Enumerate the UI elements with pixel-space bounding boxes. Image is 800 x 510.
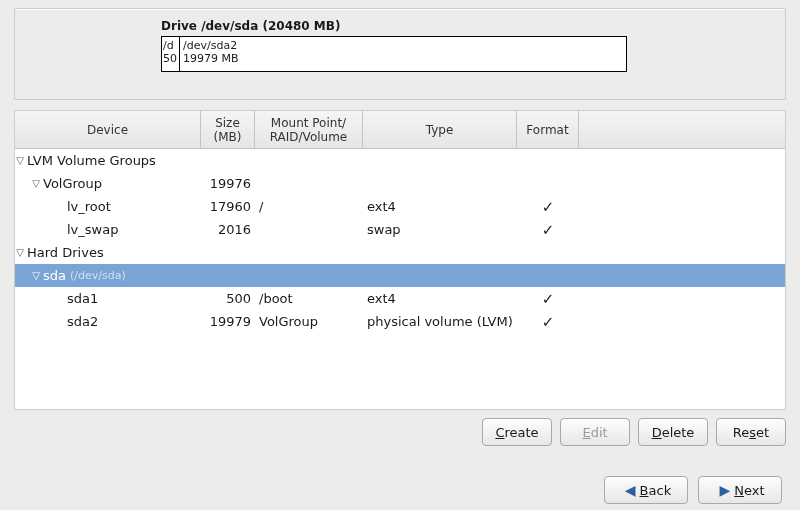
row-label: sda1 [67, 291, 98, 306]
delete-button[interactable]: Delete [638, 418, 708, 446]
drive-title: Drive /dev/sda (20480 MB) [161, 19, 775, 33]
row-lv-swap[interactable]: lv_swap 2016 swap ✓ [15, 218, 785, 241]
cell-mount: / [255, 199, 363, 214]
row-lv-root[interactable]: lv_root 17960 / ext4 ✓ [15, 195, 785, 218]
col-header-spacer [579, 111, 785, 148]
row-hint: (/dev/sda) [70, 269, 126, 282]
row-label: lv_root [67, 199, 111, 214]
check-icon: ✓ [542, 198, 555, 216]
row-volgroup[interactable]: ▽VolGroup 19976 [15, 172, 785, 195]
row-label: sda [43, 268, 66, 283]
check-icon: ✓ [542, 313, 555, 331]
cell-mount: VolGroup [255, 314, 363, 329]
col-header-device[interactable]: Device [15, 111, 201, 148]
cell-size: 500 [201, 291, 255, 306]
col-header-mount-l2: RAID/Volume [270, 130, 348, 144]
action-button-row: Create Edit Delete Reset [0, 410, 800, 446]
row-sda[interactable]: ▽sda(/dev/sda) [15, 264, 785, 287]
drive-usage-bar[interactable]: /d 50 /dev/sda2 19979 MB [161, 36, 627, 72]
col-header-mount-l1: Mount Point/ [271, 116, 346, 130]
drive-slice1-size: 50 [163, 52, 178, 65]
next-button[interactable]: ▶Next [698, 476, 782, 504]
create-button[interactable]: Create [482, 418, 552, 446]
cell-size: 2016 [201, 222, 255, 237]
row-label: Hard Drives [27, 245, 104, 260]
drive-slice1-label: /d [163, 39, 178, 52]
col-header-size-l1: Size [215, 116, 240, 130]
arrow-right-icon: ▶ [719, 482, 730, 498]
row-sda2[interactable]: sda2 19979 VolGroup physical volume (LVM… [15, 310, 785, 333]
cell-type: swap [363, 222, 517, 237]
edit-button: Edit [560, 418, 630, 446]
drive-slice2-label: /dev/sda2 [183, 39, 623, 52]
partition-table: Device Size(MB) Mount Point/RAID/Volume … [14, 110, 786, 410]
expand-icon[interactable]: ▽ [31, 178, 41, 189]
check-icon: ✓ [542, 290, 555, 308]
drive-slice2-size: 19979 MB [183, 52, 623, 65]
cell-size: 17960 [201, 199, 255, 214]
row-label: VolGroup [43, 176, 102, 191]
row-label: LVM Volume Groups [27, 153, 156, 168]
table-header-row: Device Size(MB) Mount Point/RAID/Volume … [15, 111, 785, 149]
wizard-nav: ◀Back ▶Next [604, 476, 782, 504]
row-label: sda2 [67, 314, 98, 329]
table-body: ▽LVM Volume Groups ▽VolGroup 19976 lv_ro… [15, 149, 785, 409]
cell-mount: /boot [255, 291, 363, 306]
col-header-mount[interactable]: Mount Point/RAID/Volume [255, 111, 363, 148]
reset-button[interactable]: Reset [716, 418, 786, 446]
expand-icon[interactable]: ▽ [31, 270, 41, 281]
row-hard-drives[interactable]: ▽Hard Drives [15, 241, 785, 264]
col-header-size-l2: (MB) [214, 130, 242, 144]
cell-size: 19979 [201, 314, 255, 329]
expand-icon[interactable]: ▽ [15, 247, 25, 258]
cell-type: ext4 [363, 199, 517, 214]
arrow-left-icon: ◀ [625, 482, 636, 498]
expand-icon[interactable]: ▽ [15, 155, 25, 166]
partition-window: Drive /dev/sda (20480 MB) /d 50 /dev/sda… [0, 8, 800, 510]
drive-slice-sda2[interactable]: /dev/sda2 19979 MB [180, 37, 626, 71]
row-label: lv_swap [67, 222, 118, 237]
back-button[interactable]: ◀Back [604, 476, 688, 504]
cell-type: ext4 [363, 291, 517, 306]
drive-slice-sda1[interactable]: /d 50 [162, 37, 180, 71]
cell-type: physical volume (LVM) [363, 314, 517, 329]
drive-summary-panel: Drive /dev/sda (20480 MB) /d 50 /dev/sda… [14, 8, 786, 100]
col-header-format[interactable]: Format [517, 111, 579, 148]
cell-size: 19976 [201, 176, 255, 191]
row-lvm-groups[interactable]: ▽LVM Volume Groups [15, 149, 785, 172]
col-header-size[interactable]: Size(MB) [201, 111, 255, 148]
check-icon: ✓ [542, 221, 555, 239]
col-header-type[interactable]: Type [363, 111, 517, 148]
row-sda1[interactable]: sda1 500 /boot ext4 ✓ [15, 287, 785, 310]
